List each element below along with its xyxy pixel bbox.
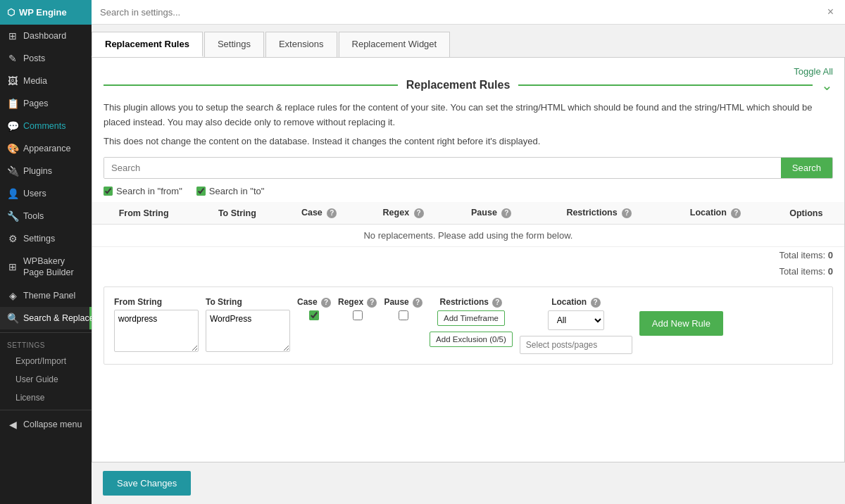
section-title-bar: Replacement Rules ⌄: [92, 77, 844, 101]
regex-form-help-icon[interactable]: ?: [367, 298, 377, 308]
from-string-label: From String: [114, 297, 162, 307]
restrictions-help-icon[interactable]: ?: [622, 208, 632, 218]
sidebar-item-license[interactable]: License: [0, 389, 92, 407]
total-label-2: Total items:: [779, 266, 825, 277]
regex-checkbox[interactable]: [353, 310, 363, 320]
case-form-help-icon[interactable]: ?: [321, 298, 331, 308]
tab-replacement-rules[interactable]: Replacement Rules: [92, 32, 203, 57]
sidebar-item-label: Theme Panel: [23, 291, 75, 301]
tab-replacement-widget[interactable]: Replacement Widget: [339, 32, 451, 57]
location-form-help-icon[interactable]: ?: [591, 298, 601, 308]
form-col-to: To String WordPress: [206, 297, 290, 352]
to-string-label: To String: [206, 297, 242, 307]
pause-form-help-icon[interactable]: ?: [413, 298, 423, 308]
location-select[interactable]: All Posts Pages Custom: [548, 310, 604, 330]
sidebar-item-label: Tools: [23, 211, 44, 221]
col-from-string: From String: [92, 202, 195, 225]
wp-engine-icon: ⬡: [7, 7, 15, 18]
no-results-message: No replacements. Please add using the fo…: [92, 225, 844, 247]
sidebar-item-label: Media: [23, 76, 47, 86]
total-items-1: Total items: 0: [92, 247, 844, 263]
tab-settings[interactable]: Settings: [204, 32, 264, 57]
sidebar-item-label: Search & Replace: [23, 313, 92, 323]
from-string-textarea[interactable]: wordpress: [114, 310, 199, 352]
sidebar-item-users[interactable]: 👤 Users: [0, 182, 92, 205]
col-case: Case ?: [279, 202, 358, 225]
sidebar-item-plugins[interactable]: 🔌 Plugins: [0, 160, 92, 182]
sidebar-item-label: Settings: [23, 234, 55, 244]
sidebar-item-search-replace[interactable]: 🔍 Search & Replace: [0, 307, 92, 329]
add-timeframe-button[interactable]: Add Timeframe: [437, 310, 505, 326]
sidebar-item-label: Users: [23, 189, 46, 199]
sidebar-item-comments[interactable]: 💬 Comments: [0, 115, 92, 137]
location-help-icon[interactable]: ?: [731, 208, 741, 218]
tab-extensions[interactable]: Extensions: [265, 32, 337, 57]
pause-help-icon[interactable]: ?: [501, 208, 511, 218]
restrictions-label: Restrictions ?: [440, 297, 503, 308]
settings-search-input[interactable]: [100, 7, 825, 18]
total-count-1: 0: [828, 250, 833, 260]
description-para-2: This does not change the content on the …: [104, 134, 833, 149]
search-from-label[interactable]: Search in "from": [104, 186, 182, 196]
sidebar-item-dashboard[interactable]: ⊞ Dashboard: [0, 25, 92, 47]
form-col-location: Location ? All Posts Pages Custom: [520, 297, 632, 354]
title-line-left: [104, 84, 398, 86]
col-regex: Regex ?: [359, 202, 448, 225]
sidebar-item-collapse[interactable]: ◀ Collapse menu: [0, 413, 92, 436]
sidebar-item-user-guide[interactable]: User Guide: [0, 370, 92, 389]
sidebar-item-pages[interactable]: 📋 Pages: [0, 92, 92, 115]
sidebar-item-label: WPBakery Page Builder: [23, 256, 84, 279]
case-checkbox[interactable]: [309, 310, 319, 320]
restrictions-form-help-icon[interactable]: ?: [492, 298, 502, 308]
sidebar-brand[interactable]: ⬡ WP Engine: [0, 0, 92, 25]
regex-label: Regex ?: [338, 297, 377, 308]
to-string-textarea[interactable]: WordPress: [206, 310, 290, 352]
regex-help-icon[interactable]: ?: [414, 208, 424, 218]
sidebar-item-theme-panel[interactable]: ◈ Theme Panel: [0, 284, 92, 307]
rules-header: Toggle All: [92, 58, 844, 77]
form-col-restrictions: Restrictions ? Add Timeframe Add Exclusi…: [430, 297, 513, 347]
sidebar-item-export-import[interactable]: Export/Import: [0, 352, 92, 370]
search-options: Search in "from" Search in "to": [92, 186, 844, 202]
wpbakery-icon: ⊞: [7, 260, 18, 273]
location-label: Location ?: [551, 297, 600, 308]
search-to-text: Search in "to": [209, 186, 265, 196]
col-options: Options: [768, 202, 844, 225]
save-changes-button[interactable]: Save Changes: [103, 471, 191, 496]
form-col-options: Add New Rule: [639, 297, 723, 336]
sidebar-item-label: Dashboard: [23, 31, 66, 41]
sidebar-item-posts[interactable]: ✎ Posts: [0, 47, 92, 70]
sidebar-item-settings[interactable]: ⚙ Settings: [0, 227, 92, 250]
footer-bar: Save Changes: [92, 462, 845, 504]
search-from-checkbox[interactable]: [104, 187, 113, 196]
settings-section-label: Settings: [0, 336, 92, 352]
chevron-down-icon[interactable]: ⌄: [821, 77, 833, 94]
toggle-all-button[interactable]: Toggle All: [794, 66, 833, 77]
add-rule-form: From String wordpress To String WordPres…: [104, 286, 833, 365]
case-label: Case ?: [297, 297, 331, 308]
sidebar-item-tools[interactable]: 🔧 Tools: [0, 205, 92, 227]
rules-search-input[interactable]: [104, 158, 781, 178]
rules-table: From String To String Case ? Regex ? Pau…: [92, 202, 844, 247]
case-help-icon[interactable]: ?: [327, 208, 337, 218]
rules-search-button[interactable]: Search: [781, 158, 832, 178]
posts-pages-input[interactable]: [520, 336, 632, 354]
add-new-rule-button[interactable]: Add New Rule: [639, 311, 723, 336]
pause-label: Pause ?: [384, 297, 423, 308]
form-col-from: From String wordpress: [114, 297, 199, 352]
search-to-checkbox[interactable]: [196, 187, 206, 196]
form-col-regex: Regex ?: [338, 297, 377, 320]
sidebar-item-appearance[interactable]: 🎨 Appearance: [0, 137, 92, 160]
sidebar-item-label: Posts: [23, 53, 45, 63]
theme-panel-icon: ◈: [7, 290, 18, 301]
add-exclusion-button[interactable]: Add Exclusion (0/5): [430, 332, 513, 347]
sidebar-item-label: Appearance: [23, 144, 70, 153]
settings-icon: ⚙: [7, 233, 18, 244]
close-search-icon[interactable]: ×: [825, 6, 837, 18]
pause-checkbox[interactable]: [399, 310, 408, 320]
search-to-label[interactable]: Search in "to": [196, 186, 265, 196]
sidebar-item-wpbakery[interactable]: ⊞ WPBakery Page Builder: [0, 250, 92, 284]
form-col-case: Case ?: [297, 297, 331, 320]
collapse-icon: ◀: [7, 419, 18, 430]
sidebar-item-media[interactable]: 🖼 Media: [0, 70, 92, 92]
